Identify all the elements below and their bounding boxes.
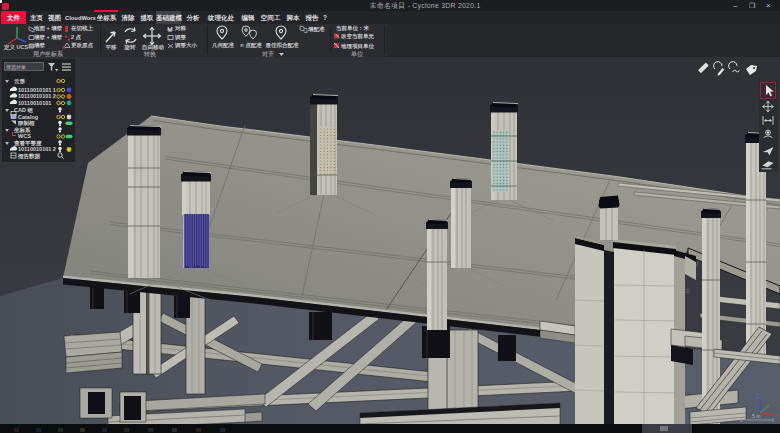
svg-text:5 m: 5 m [752,413,760,419]
svg-text:x: x [775,412,778,418]
